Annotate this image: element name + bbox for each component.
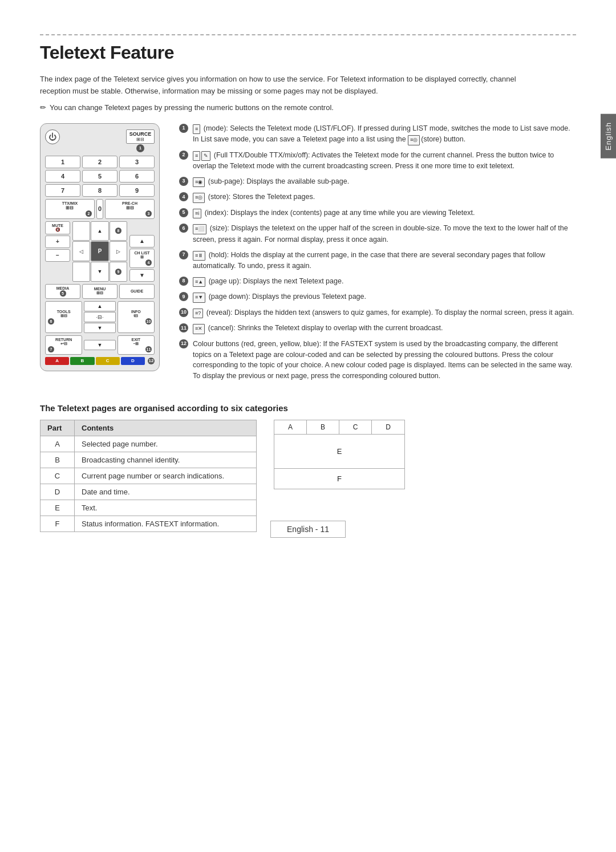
arrow-down-3[interactable]: ▼ — [84, 340, 115, 350]
key-8[interactable]: 8 — [82, 184, 117, 197]
arrow-down-2[interactable]: ▼ — [84, 323, 115, 333]
instruction-3: 3 ≡◉ (sub-page): Displays the available … — [179, 176, 576, 188]
item-text-12: Colour buttons (red, green, yellow, blue… — [193, 339, 576, 382]
item-num-11: 11 — [179, 323, 188, 332]
circle-9: 9 — [115, 269, 121, 275]
key-0[interactable]: 0 — [96, 199, 103, 219]
nav-section: MUTE 🔇 + − ▲ — [45, 221, 155, 282]
nav-up[interactable]: ▲ — [91, 221, 108, 241]
key-4[interactable]: 4 — [45, 170, 80, 182]
tools-button[interactable]: TOOLS ⊞⊟ 6 — [45, 301, 82, 333]
item-num-7: 7 — [179, 250, 188, 259]
circle-3: 3 — [145, 210, 152, 217]
menu-button[interactable]: MENU ⊞⊟ — [82, 284, 117, 299]
center-dot: ·⊟· — [84, 312, 115, 322]
table-row: C Current page number or search indicati… — [40, 468, 257, 484]
nav-left[interactable]: ◁ — [72, 241, 90, 261]
table-area: Part Contents A Selected page number. B … — [40, 420, 576, 532]
cell-contents-b: Broadcasting channel identity. — [75, 452, 257, 468]
item-num-4: 4 — [179, 192, 188, 201]
item-text-5: ≡i (index): Displays the index (contents… — [193, 208, 576, 219]
media-row: MEDIA 5 MENU ⊞⊟ GUIDE — [45, 284, 155, 299]
item-text-7: ≡⏸ (hold): Holds the display at the curr… — [193, 250, 576, 271]
ch-list-button[interactable]: CH LIST ⊞ 4 — [129, 249, 155, 268]
tools-row: TOOLS ⊞⊟ 6 ▲ ·⊟· ▼ INFO t⊟ 10 — [45, 301, 155, 333]
ttx-mix-button[interactable]: TTX/MIX ⊞⊟ 2 — [45, 199, 95, 219]
icon-pgup: ≡▲ — [193, 277, 205, 287]
key-6[interactable]: 6 — [119, 170, 155, 182]
return-button[interactable]: RETURN ↩⊟ 7 — [45, 335, 82, 355]
instruction-8: 8 ≡▲ (page up): Displays the next Telete… — [179, 276, 576, 287]
instruction-6: 6 ≡⬜ (size): Displays the teletext on th… — [179, 223, 576, 245]
color-key-b[interactable]: B — [70, 357, 94, 365]
main-content: ⏻ SOURCE ⊞⊟ 1 1 — [40, 123, 576, 386]
item-text-1: ≡ (mode): Selects the Teletext mode (LIS… — [193, 123, 576, 145]
table-section: The Teletext pages are organised accordi… — [40, 403, 576, 532]
item-num-8: 8 — [179, 277, 188, 286]
guide-button[interactable]: GUIDE — [119, 284, 155, 299]
instruction-7: 7 ≡⏸ (hold): Holds the display at the cu… — [179, 250, 576, 271]
color-key-d[interactable]: D — [121, 357, 145, 365]
instruction-12: 12 Colour buttons (red, green, yellow, b… — [179, 339, 576, 382]
power-icon: ⏻ — [48, 132, 56, 141]
item-num-5: 5 — [179, 208, 188, 217]
ch-up[interactable]: ▲ — [129, 235, 155, 248]
table-row: D Date and time. — [40, 484, 257, 500]
key-5[interactable]: 5 — [82, 170, 117, 182]
item-num-1: 1 — [179, 124, 188, 133]
item-num-2: 2 — [179, 151, 188, 160]
nav-empty-tl — [72, 221, 90, 241]
circle-12: 12 — [148, 358, 155, 364]
key-1[interactable]: 1 — [45, 156, 80, 168]
key-9[interactable]: 9 — [119, 184, 155, 197]
mute-button[interactable]: MUTE 🔇 — [45, 221, 70, 234]
item-num-6: 6 — [179, 224, 188, 233]
icon-ttx2: ✎ — [201, 151, 210, 161]
circle-2: 2 — [86, 210, 92, 217]
nav-ok[interactable]: P — [91, 241, 108, 261]
circle-4: 4 — [145, 259, 152, 266]
circle-10: 10 — [145, 318, 152, 324]
item-num-12: 12 — [179, 339, 188, 348]
nav-down[interactable]: ▼ — [91, 262, 108, 282]
instruction-9: 9 ≡▼ (page down): Displays the previous … — [179, 291, 576, 303]
data-table: Part Contents A Selected page number. B … — [40, 420, 257, 532]
key-7[interactable]: 7 — [45, 184, 80, 197]
vol-down[interactable]: − — [45, 249, 70, 262]
diagram-middle: E — [274, 435, 404, 469]
diagram-bottom: F — [274, 469, 404, 489]
media-button[interactable]: MEDIA 5 — [45, 284, 80, 299]
circle-11: 11 — [145, 346, 152, 352]
icon-reveal: ≡? — [193, 309, 203, 319]
icon-pgdn: ≡▼ — [193, 293, 205, 303]
diagram-cell-c: C — [339, 420, 372, 434]
footer-box: English - 11 — [270, 521, 346, 538]
exit-button[interactable]: EXIT −⊞ 11 — [117, 335, 155, 355]
page-title: Teletext Feature — [40, 42, 576, 63]
vol-up[interactable]: + — [45, 236, 70, 248]
top-divider — [40, 34, 576, 35]
remote-container: ⏻ SOURCE ⊞⊟ 1 1 — [40, 123, 165, 386]
ch-down[interactable]: ▼ — [129, 269, 155, 282]
power-button[interactable]: ⏻ — [45, 129, 60, 144]
circle-1: 1 — [136, 144, 144, 152]
source-button[interactable]: SOURCE ⊞⊟ — [126, 129, 155, 144]
col-contents: Contents — [75, 420, 257, 436]
cell-part-b: B — [40, 452, 75, 468]
icon-store: ≡◎ — [193, 193, 205, 203]
nav-right[interactable]: ▷ — [110, 241, 127, 261]
key-3[interactable]: 3 — [119, 156, 155, 168]
key-2[interactable]: 2 — [82, 156, 117, 168]
item-text-3: ≡◉ (sub-page): Displays the available su… — [193, 176, 576, 188]
source-icons: ⊞⊟ — [129, 137, 152, 142]
cell-part-c: C — [40, 468, 75, 484]
instruction-11: 11 ≡✕ (cancel): Shrinks the Teletext dis… — [179, 323, 576, 334]
color-key-c[interactable]: C — [96, 357, 120, 365]
color-key-a[interactable]: A — [45, 357, 69, 365]
info-button[interactable]: INFO t⊟ 10 — [117, 301, 155, 333]
arrow-up-2[interactable]: ▲ — [84, 301, 115, 311]
cell-part-e: E — [40, 500, 75, 516]
pencil-note-text: You can change Teletext pages by pressin… — [50, 103, 334, 112]
pre-ch-button[interactable]: PRE-CH ⊞⊟ 3 — [105, 199, 155, 219]
pencil-note: ✏ You can change Teletext pages by press… — [40, 103, 576, 112]
